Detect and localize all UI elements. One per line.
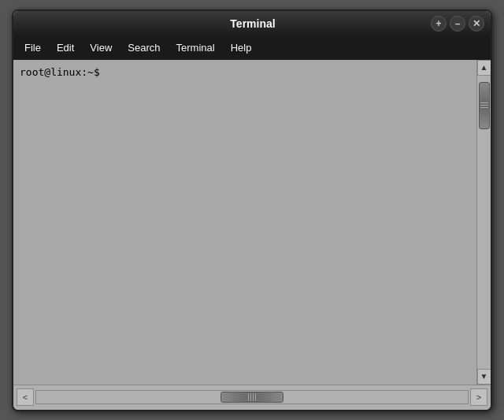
menu-search[interactable]: Search — [120, 39, 168, 57]
add-button[interactable]: + — [431, 16, 447, 32]
scroll-right-arrow[interactable]: > — [470, 388, 487, 406]
grip-line-2 — [480, 105, 488, 106]
grip-line-3 — [480, 107, 488, 108]
h-grip-2 — [250, 393, 251, 401]
window-controls: + – ✕ — [431, 16, 484, 32]
scroll-track-vertical — [477, 76, 491, 369]
menubar: File Edit View Search Terminal Help — [13, 36, 491, 60]
menu-terminal[interactable]: Terminal — [169, 39, 223, 57]
menu-file[interactable]: File — [17, 39, 49, 57]
horizontal-scrollbar: < > — [13, 385, 491, 410]
terminal-prompt: root@linux:~$ — [20, 66, 100, 78]
vertical-scrollbar: ▲ ▼ — [476, 60, 491, 385]
scroll-track-horizontal — [35, 390, 469, 404]
minimize-button[interactable]: – — [450, 16, 465, 32]
grip-line-1 — [480, 102, 488, 103]
window-title: Terminal — [75, 17, 431, 30]
close-button[interactable]: ✕ — [469, 16, 484, 32]
scroll-thumb-vertical[interactable] — [479, 82, 490, 129]
terminal-body[interactable]: root@linux:~$ — [13, 60, 476, 385]
terminal-window: Terminal + – ✕ File Edit View Search Ter… — [12, 9, 492, 411]
menu-help[interactable]: Help — [223, 39, 260, 57]
h-grip-4 — [255, 393, 256, 401]
scroll-up-arrow[interactable]: ▲ — [477, 60, 491, 76]
scroll-down-arrow[interactable]: ▼ — [477, 369, 491, 385]
titlebar: Terminal + – ✕ — [13, 11, 491, 36]
menu-view[interactable]: View — [82, 39, 120, 57]
scroll-thumb-horizontal[interactable] — [220, 392, 284, 403]
menu-edit[interactable]: Edit — [49, 39, 82, 57]
content-area: root@linux:~$ ▲ ▼ — [13, 60, 491, 385]
h-grip-3 — [253, 393, 254, 401]
scroll-left-arrow[interactable]: < — [17, 388, 34, 406]
h-grip-1 — [248, 393, 249, 401]
